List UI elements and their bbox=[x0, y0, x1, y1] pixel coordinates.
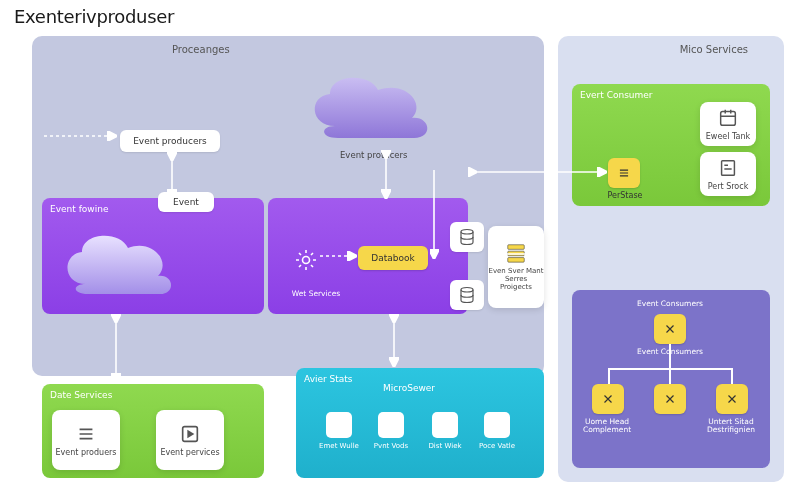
card-label: Eweel Tank bbox=[706, 133, 750, 142]
arrow bbox=[318, 248, 358, 264]
arrow bbox=[162, 152, 182, 200]
list-icon bbox=[75, 423, 97, 445]
panel-title-proceanges: Proceanges bbox=[172, 44, 230, 55]
arrow bbox=[384, 314, 404, 368]
connector-line bbox=[669, 344, 671, 368]
arrow bbox=[376, 150, 396, 200]
consumer-root-chip bbox=[654, 314, 686, 344]
connector-line bbox=[731, 368, 733, 384]
calendar-icon bbox=[717, 107, 739, 129]
arrow bbox=[106, 314, 126, 384]
microservice-item bbox=[484, 412, 510, 438]
box-title-avier-stats: Avier Stats bbox=[304, 374, 353, 384]
server-card-label: Even Sver Mant Serres Proigects bbox=[488, 268, 544, 291]
connector-line bbox=[669, 368, 671, 384]
consumers-title: Event Consumers bbox=[620, 300, 720, 308]
perstase-chip bbox=[608, 158, 640, 188]
consumer-chip bbox=[716, 384, 748, 414]
card-label: Pert Srock bbox=[708, 183, 749, 192]
document-icon bbox=[717, 157, 739, 179]
microservice-label: Pvnt Vods bbox=[371, 442, 411, 450]
arrow bbox=[468, 164, 608, 180]
consumer-chip bbox=[654, 384, 686, 414]
perstase-label: PerStase bbox=[600, 192, 650, 201]
microservice-label: Poce Vatle bbox=[477, 442, 517, 450]
pill-event-producers: Event producers bbox=[120, 130, 220, 152]
consumer-label: Uome Head Complement bbox=[576, 418, 638, 435]
database-icon bbox=[450, 280, 484, 310]
microservice-item bbox=[378, 412, 404, 438]
databook-chip: Databook bbox=[358, 246, 428, 270]
consumer-label: Untert Sitad Destrifignien bbox=[700, 418, 762, 435]
card-label: Event pervices bbox=[160, 449, 219, 458]
cloud-producers-label: Event protucers bbox=[340, 150, 408, 160]
box-title-event-consumer: Evert Consumer bbox=[580, 90, 653, 100]
card-pert-srock: Pert Srock bbox=[700, 152, 756, 196]
page-title: Exenterivproduser bbox=[14, 6, 174, 27]
microservice-label: Dist Wiek bbox=[425, 442, 465, 450]
microservice-label: Emet Wulle bbox=[319, 442, 359, 450]
microservice-item bbox=[326, 412, 352, 438]
consumer-chip bbox=[592, 384, 624, 414]
connector-line bbox=[608, 368, 610, 384]
databook-label: Databook bbox=[371, 253, 414, 263]
svg-rect-7 bbox=[721, 111, 736, 125]
card-event-pervices: Event pervices bbox=[156, 410, 224, 470]
arrow bbox=[42, 124, 122, 148]
panel-title-microservices: Mico Services bbox=[680, 44, 748, 55]
cloud-icon bbox=[56, 226, 176, 298]
card-eweel-tank: Eweel Tank bbox=[700, 102, 756, 146]
svg-rect-8 bbox=[722, 160, 735, 175]
svg-point-2 bbox=[461, 288, 473, 293]
gear-icon bbox=[294, 248, 318, 272]
card-event-produers: Event produers bbox=[52, 410, 120, 470]
svg-point-0 bbox=[303, 257, 310, 264]
microsewer-label: MicroSewer bbox=[374, 384, 444, 394]
microservice-item bbox=[432, 412, 458, 438]
box-title-event-fowine: Event fowine bbox=[50, 204, 108, 214]
web-services-label: Wet Services bbox=[286, 290, 346, 298]
cloud-icon bbox=[300, 66, 440, 146]
play-square-icon bbox=[179, 423, 201, 445]
card-label: Event produers bbox=[55, 449, 116, 458]
box-title-date-services: Date Services bbox=[50, 390, 112, 400]
